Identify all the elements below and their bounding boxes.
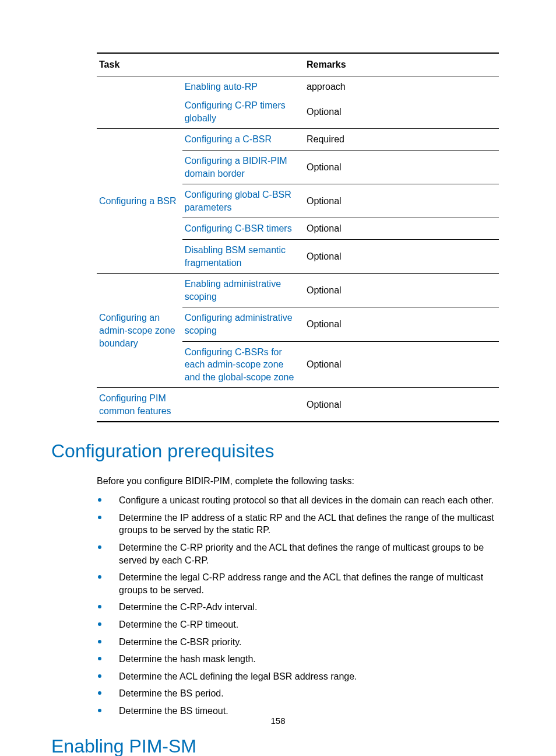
list-item: Configure a unicast routing protocol so …	[97, 494, 505, 507]
doc-link[interactable]: Enabling auto-RP	[185, 82, 258, 92]
header-task: Task	[97, 53, 304, 76]
table-cell	[97, 95, 182, 129]
table-cell[interactable]: Enabling auto-RP	[182, 76, 304, 95]
list-item: Determine the legal C-RP address range a…	[97, 571, 505, 596]
table-cell: Optional	[304, 307, 499, 341]
table-row: Configuring a BSRConfiguring a C-BSRRequ…	[97, 129, 499, 150]
doc-link[interactable]: Configuring a BSR	[99, 196, 177, 206]
table-row: Configuring C-RP timers globallyOptional	[97, 95, 499, 129]
list-item: Determine the C-BSR priority.	[97, 636, 505, 649]
doc-link[interactable]: Configuring C-BSRs for each admin-scope …	[185, 347, 294, 382]
table-cell[interactable]: Configuring administrative scoping	[182, 307, 304, 341]
table-row: Enabling auto-RPapproach	[97, 76, 499, 95]
table-cell[interactable]: Configuring C-BSRs for each admin-scope …	[182, 341, 304, 388]
table-cell[interactable]: Disabling BSM semantic fragmentation	[182, 239, 304, 273]
table-cell: Optional	[304, 95, 499, 129]
table-cell[interactable]: Configuring an admin-scope zone boundary	[97, 274, 182, 388]
task-remarks-table: Task Remarks Enabling auto-RPapproachCon…	[97, 52, 499, 422]
table-cell: Required	[304, 129, 499, 150]
list-item: Determine the hash mask length.	[97, 653, 505, 666]
table-cell[interactable]: Configuring a C-BSR	[182, 129, 304, 150]
heading-enabling-pimsm: Enabling PIM-SM	[51, 734, 505, 756]
table-cell: approach	[304, 76, 499, 95]
doc-link[interactable]: Enabling administrative scoping	[185, 279, 281, 302]
table-cell[interactable]: Configuring C-BSR timers	[182, 218, 304, 240]
doc-link[interactable]: Configuring an admin-scope zone boundary	[99, 313, 175, 348]
table-cell	[182, 388, 304, 422]
list-item: Determine the BS period.	[97, 687, 505, 700]
table-cell: Optional	[304, 184, 499, 218]
heading-config-prereq: Configuration prerequisites	[51, 439, 505, 464]
doc-link[interactable]: Configuring a BIDIR-PIM domain border	[185, 156, 287, 178]
table-cell[interactable]: Configuring C-RP timers globally	[182, 95, 304, 129]
table-row: Configuring PIM common featuresOptional	[97, 388, 499, 422]
page-number: 158	[0, 715, 556, 727]
list-item: Determine the C-RP timeout.	[97, 618, 505, 631]
table-cell[interactable]: Configuring a BSR	[97, 129, 182, 274]
list-item: Determine the ACL defining the legal BSR…	[97, 670, 505, 683]
doc-link[interactable]: Configuring C-BSR timers	[185, 223, 292, 233]
doc-link[interactable]: Disabling BSM semantic fragmentation	[185, 245, 286, 268]
table-cell	[97, 76, 182, 95]
table-cell: Optional	[304, 341, 499, 388]
table-cell: Optional	[304, 239, 499, 273]
doc-link[interactable]: Configuring global C-BSR parameters	[185, 190, 291, 212]
table-row: Configuring an admin-scope zone boundary…	[97, 274, 499, 307]
table-cell[interactable]: Enabling administrative scoping	[182, 274, 304, 307]
table-cell: Optional	[304, 150, 499, 184]
doc-link[interactable]: Configuring a C-BSR	[185, 134, 272, 144]
list-item: Determine the C-RP-Adv interval.	[97, 601, 505, 614]
table-header-row: Task Remarks	[97, 53, 499, 76]
table-cell[interactable]: Configuring a BIDIR-PIM domain border	[182, 150, 304, 184]
intro-text: Before you configure BIDIR-PIM, complete…	[97, 475, 505, 488]
table-cell: Optional	[304, 218, 499, 240]
table-cell[interactable]: Configuring PIM common features	[97, 388, 182, 422]
doc-link[interactable]: Configuring C-RP timers globally	[185, 100, 286, 123]
list-item: Determine the C-RP priority and the ACL …	[97, 541, 505, 566]
prereq-list: Configure a unicast routing protocol so …	[97, 494, 505, 717]
table-cell[interactable]: Configuring global C-BSR parameters	[182, 184, 304, 218]
list-item: Determine the IP address of a static RP …	[97, 512, 505, 537]
header-remarks: Remarks	[304, 53, 499, 76]
doc-link[interactable]: Configuring PIM common features	[99, 393, 171, 416]
table-cell: Optional	[304, 388, 499, 422]
doc-link[interactable]: Configuring administrative scoping	[185, 313, 293, 335]
table-cell: Optional	[304, 274, 499, 307]
